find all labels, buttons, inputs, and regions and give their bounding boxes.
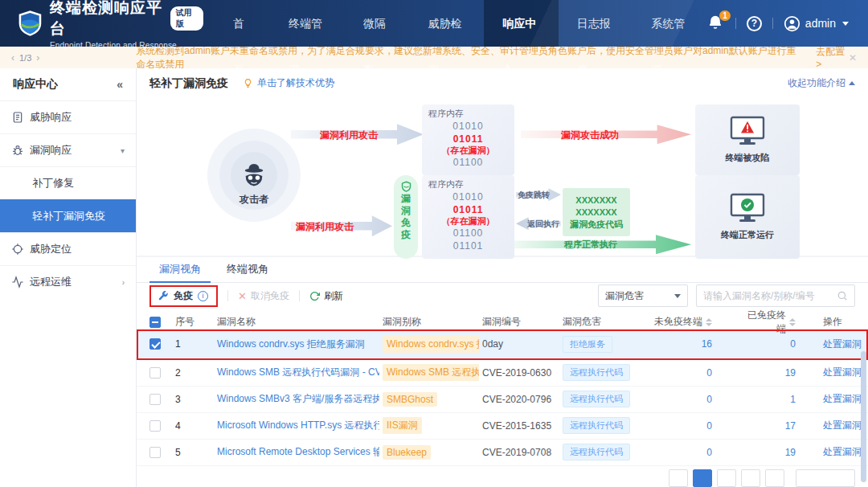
table-toolbar: 免疫 i ✕ 取消免疫 刷新 漏洞危害	[137, 283, 868, 309]
nav-item-endpoint-mgmt[interactable]: 终端管理	[270, 0, 345, 47]
sort-icon[interactable]	[706, 318, 712, 326]
table-row[interactable]: 3 Windows SMBv3 客户端/服务器远程执行代... SMBGhost…	[137, 387, 868, 413]
search-input[interactable]	[703, 290, 837, 301]
immunized-count: 19	[736, 367, 820, 379]
attacker-label: 攻击者	[231, 193, 276, 207]
page-button[interactable]	[741, 469, 760, 487]
memory-box-attacked: 程序内存 01010 01011 （存在漏洞） 01100	[422, 104, 514, 175]
sidebar-item-remote-ops[interactable]: 远程运维 ›	[0, 265, 136, 298]
row-checkbox[interactable]	[149, 420, 161, 432]
collapse-intro-link[interactable]: 收起功能介绍	[788, 76, 855, 90]
lightbulb-icon	[243, 78, 253, 88]
table-row[interactable]: 2 Windows SMB 远程执行代码漏洞 - CVE-20... Windo…	[137, 360, 868, 387]
row-checkbox[interactable]	[149, 367, 161, 379]
nav-item-micro-segmentation[interactable]: 微隔离	[345, 0, 410, 47]
sidebar-item-threat-locate[interactable]: 威胁定位	[0, 232, 136, 265]
user-menu[interactable]: admin	[784, 15, 849, 32]
page-next-button[interactable]	[765, 469, 784, 487]
search-icon[interactable]	[837, 290, 848, 301]
alert-close-icon[interactable]: ✕	[849, 52, 857, 63]
vuln-code: 0day	[479, 338, 559, 350]
page-button-active[interactable]	[693, 469, 712, 487]
nav-item-home[interactable]: 首页	[215, 0, 270, 47]
immune-button[interactable]: 免疫 i	[149, 285, 218, 307]
user-caret-icon	[842, 22, 849, 26]
alert-pager: ‹ 1/3 ›	[11, 52, 39, 63]
main-nav: 首页 终端管理 微隔离 威胁检测 响应中心 日志报表 系统管理	[215, 0, 707, 47]
chevron-right-icon: ›	[122, 278, 125, 287]
bug-icon	[11, 144, 24, 157]
page-prev-button[interactable]	[669, 469, 688, 487]
nav-item-log-report[interactable]: 日志报表	[559, 0, 633, 47]
notification-bell-icon[interactable]: 1	[707, 14, 725, 32]
col-immunized[interactable]: 已免疫终端	[736, 309, 820, 336]
table-row[interactable]: 5 Microsoft Remote Desktop Services 输入..…	[137, 440, 868, 466]
alert-configure-link[interactable]: 去配置>	[816, 45, 849, 70]
tech-advantage-link[interactable]: 单击了解技术优势	[243, 76, 334, 90]
sidebar-item-patch-repair[interactable]: 补丁修复	[0, 166, 136, 199]
not-immunized-count: 16	[648, 338, 736, 350]
memory-box-immunized: 程序内存 01010 01011 （存在漏洞） 01100 01101	[422, 175, 514, 259]
handle-vuln-link[interactable]: 处置漏洞	[823, 419, 862, 432]
page-size-select[interactable]	[796, 469, 855, 487]
terminal-compromised-card: 终端被攻陷	[695, 104, 800, 175]
refresh-icon	[309, 291, 320, 301]
notification-count-badge: 1	[719, 10, 731, 21]
sort-icon[interactable]	[789, 318, 796, 326]
sidebar-item-threat-response[interactable]: 威胁响应	[0, 100, 136, 133]
pulse-icon	[11, 276, 24, 289]
vuln-alias: Bluekeep	[383, 445, 431, 460]
handle-vuln-link[interactable]: 处置漏洞	[823, 445, 862, 459]
nav-item-system-mgmt[interactable]: 系统管理	[633, 0, 707, 47]
app-title: 终端检测响应平台	[50, 0, 166, 39]
row-checkbox[interactable]	[149, 447, 161, 458]
refresh-button[interactable]: 刷新	[309, 289, 343, 303]
vuln-code: CVE-2015-1635	[479, 420, 559, 432]
page-button[interactable]	[717, 469, 736, 487]
vuln-name-link[interactable]: Windows condrv.sys 拒绝服务漏洞	[217, 338, 365, 351]
not-immunized-count: 0	[648, 394, 736, 405]
severity-tag: 远程执行代码	[563, 391, 630, 407]
nav-item-response-center[interactable]: 响应中心	[484, 0, 559, 47]
alert-next-icon[interactable]: ›	[36, 52, 39, 63]
wrench-icon	[158, 290, 169, 301]
vuln-code: CVE-2020-0796	[479, 394, 559, 405]
tab-endpoint-view[interactable]: 终端视角	[217, 257, 278, 284]
select-caret-icon	[674, 294, 681, 298]
help-icon[interactable]: ?	[747, 16, 762, 31]
vuln-name-link[interactable]: Windows SMBv3 客户端/服务器远程执行代...	[217, 392, 379, 406]
col-name: 漏洞名称	[214, 315, 379, 329]
sidebar-collapse-icon[interactable]: «	[117, 78, 123, 91]
select-all-checkbox[interactable]	[149, 317, 161, 328]
row-checkbox[interactable]	[149, 338, 161, 350]
sidebar-item-vuln-response[interactable]: 漏洞响应 ▾	[0, 133, 136, 166]
sidebar-item-light-patch-immunity[interactable]: 轻补丁漏洞免疫	[0, 199, 136, 232]
severity-filter-select[interactable]: 漏洞危害	[598, 284, 688, 307]
attack-arrow-bottom-label: 漏洞利用攻击	[296, 220, 354, 234]
alert-prev-icon[interactable]: ‹	[11, 52, 14, 63]
handle-vuln-link[interactable]: 处置漏洞	[823, 338, 862, 351]
sidebar: 响应中心 « 威胁响应 漏洞响应 ▾ 补丁修复 轻补丁漏洞免疫	[0, 68, 137, 487]
vuln-name-link[interactable]: Windows SMB 远程执行代码漏洞 - CVE-20...	[217, 366, 379, 379]
vuln-name-link[interactable]: Microsoft Remote Desktop Services 输入...	[217, 445, 379, 459]
chevron-up-icon	[849, 81, 855, 85]
row-checkbox[interactable]	[149, 394, 161, 405]
vuln-alias: IIS漏洞	[383, 417, 422, 434]
vuln-immunity-pill: 漏洞免疫	[394, 175, 418, 259]
table-row[interactable]: 4 Microsoft Windows HTTP.sys 远程执行代... II…	[137, 413, 868, 440]
handle-vuln-link[interactable]: 处置漏洞	[823, 366, 862, 379]
col-severity: 漏洞危害	[559, 315, 648, 329]
cancel-immune-button[interactable]: ✕ 取消免疫	[238, 289, 289, 303]
vuln-alias: Windows SMB 远程执行代	[383, 364, 479, 381]
handle-vuln-link[interactable]: 处置漏洞	[823, 392, 862, 406]
vuln-alias: SMBGhost	[383, 392, 437, 407]
vuln-name-link[interactable]: Microsoft Windows HTTP.sys 远程执行代...	[217, 419, 379, 432]
shield-logo-icon	[18, 8, 43, 39]
info-icon[interactable]: i	[198, 291, 208, 301]
col-not-immunized[interactable]: 未免疫终端	[648, 315, 736, 329]
vertical-scrollbar[interactable]	[861, 351, 866, 482]
immunity-jump-label: 免疫跳转	[518, 190, 550, 201]
tab-vuln-view[interactable]: 漏洞视角	[149, 257, 211, 284]
shield-small-icon	[400, 181, 412, 193]
nav-item-threat-detection[interactable]: 威胁检测	[410, 0, 485, 47]
